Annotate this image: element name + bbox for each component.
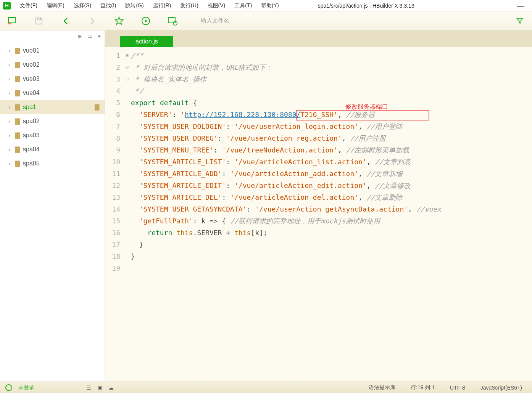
project-label: spa03 <box>23 132 40 139</box>
svg-marker-6 <box>145 19 147 22</box>
run-icon[interactable] <box>140 16 151 26</box>
project-spa05[interactable]: ›▇spa05 <box>0 156 105 170</box>
fold-column: ⊟⊟⊟ <box>123 47 131 382</box>
project-vue02[interactable]: ›▇vue02 <box>0 58 105 72</box>
app-logo: H <box>3 2 11 10</box>
menubar: H 文件(F)编辑(E)选择(S)查找(I)跳转(G)运行(R)发行(U)视图(… <box>0 0 532 11</box>
menu-帮助(Y)[interactable]: 帮助(Y) <box>256 2 284 9</box>
folder-icon: ▇ <box>15 103 20 111</box>
menu-跳转(G)[interactable]: 跳转(G) <box>121 2 148 9</box>
code-content[interactable]: /** * 对后台请求的地址的封装，URL格式如下： * 模块名_实体名_操作 … <box>131 47 441 382</box>
back-icon[interactable] <box>60 16 71 26</box>
svg-rect-0 <box>8 18 15 23</box>
filter-icon[interactable] <box>514 16 525 26</box>
fold-toggle[interactable]: ⊟ <box>123 61 131 73</box>
preview-icon[interactable] <box>167 16 178 26</box>
project-label: vue02 <box>23 61 40 68</box>
project-label: vue03 <box>23 75 40 82</box>
project-tree: ›▇vue01›▇vue02›▇vue03›▇vue04›▇spa1▇›▇spa… <box>0 42 105 382</box>
menu-选择(S)[interactable]: 选择(S) <box>69 2 96 9</box>
project-label: vue01 <box>23 47 40 54</box>
folder-open-icon: ▇ <box>95 103 99 111</box>
folder-icon: ▇ <box>15 132 20 139</box>
terminal-icon[interactable]: ▣ <box>97 385 102 391</box>
forward-icon[interactable] <box>87 16 98 26</box>
folder-icon: ▇ <box>15 146 20 153</box>
chevron-right-icon: › <box>8 48 13 54</box>
folder-icon: ▇ <box>15 160 20 167</box>
svg-rect-3 <box>37 18 40 20</box>
window-title: spa1/src/api/action.js - HBuilder X 3.3.… <box>318 3 414 9</box>
menu-视图(V)[interactable]: 视图(V) <box>203 2 230 9</box>
menu-工具(T)[interactable]: 工具(T) <box>230 2 256 9</box>
project-spa02[interactable]: ›▇spa02 <box>0 114 105 128</box>
collapse-icon[interactable]: ▭ <box>87 33 92 39</box>
chevron-right-icon: › <box>8 104 13 110</box>
project-label: spa1 <box>23 104 36 111</box>
svg-marker-9 <box>517 18 523 24</box>
list-icon[interactable]: ☰ <box>86 385 91 391</box>
language-mode[interactable]: JavaScript(ES6+) <box>476 385 527 391</box>
folder-icon: ▇ <box>15 47 20 54</box>
folder-icon: ▇ <box>15 89 20 96</box>
project-label: spa02 <box>23 118 40 125</box>
project-vue03[interactable]: ›▇vue03 <box>0 72 105 86</box>
chevron-right-icon: › <box>8 146 13 152</box>
chevron-right-icon: › <box>8 62 13 68</box>
project-spa03[interactable]: ›▇spa03 <box>0 128 105 142</box>
editor-area: action.js 12345678910111213141516171819 … <box>105 30 532 382</box>
encoding[interactable]: UTF-8 <box>445 385 470 391</box>
project-spa1[interactable]: ›▇spa1▇ <box>0 100 105 114</box>
menu-查找(I)[interactable]: 查找(I) <box>96 2 121 9</box>
tab-action-js[interactable]: action.js <box>120 36 173 47</box>
project-label: spa05 <box>23 160 40 167</box>
main-area: ⊕ ▭ ≡ ›▇vue01›▇vue02›▇vue03›▇vue04›▇spa1… <box>0 30 532 382</box>
login-status[interactable]: 未登录 <box>18 384 34 391</box>
file-search-input[interactable]: 输入文件名 <box>198 16 312 26</box>
statusbar: 未登录 ☰ ▣ ☁ 语法提示库 行:19 列:1 UTF-8 JavaScrip… <box>0 382 532 393</box>
star-icon[interactable] <box>114 16 124 26</box>
user-icon[interactable] <box>5 384 12 391</box>
project-vue04[interactable]: ›▇vue04 <box>0 86 105 100</box>
fold-toggle[interactable]: ⊟ <box>123 73 131 85</box>
chevron-right-icon: › <box>8 90 13 96</box>
cursor-position: 行:19 列:1 <box>406 384 439 391</box>
fold-toggle[interactable]: ⊟ <box>123 50 131 61</box>
project-label: vue04 <box>23 90 40 96</box>
menu-运行(R)[interactable]: 运行(R) <box>148 2 176 9</box>
minimize-icon[interactable]: — <box>512 3 529 8</box>
code-area[interactable]: 12345678910111213141516171819 ⊟⊟⊟ /** * … <box>105 47 532 382</box>
chevron-right-icon: › <box>8 160 13 167</box>
sidebar: ⊕ ▭ ≡ ›▇vue01›▇vue02›▇vue03›▇vue04›▇spa1… <box>0 30 105 382</box>
menu-icon[interactable]: ≡ <box>98 33 101 39</box>
project-spa04[interactable]: ›▇spa04 <box>0 142 105 156</box>
line-gutter: 12345678910111213141516171819 <box>105 47 123 382</box>
tab-bar: action.js <box>105 30 532 47</box>
chevron-right-icon: › <box>8 76 13 82</box>
folder-icon: ▇ <box>15 75 20 82</box>
svg-marker-4 <box>115 17 123 24</box>
locate-icon[interactable]: ⊕ <box>77 33 82 39</box>
save-icon[interactable] <box>34 16 44 26</box>
project-vue01[interactable]: ›▇vue01 <box>0 43 105 58</box>
sidebar-tools: ⊕ ▭ ≡ <box>0 30 105 42</box>
menu-文件(F)[interactable]: 文件(F) <box>15 2 42 9</box>
sync-icon[interactable]: ☁ <box>108 385 114 391</box>
chevron-right-icon: › <box>8 132 13 138</box>
menu-发行(U)[interactable]: 发行(U) <box>176 2 203 9</box>
menu-编辑(E)[interactable]: 编辑(E) <box>42 2 69 9</box>
toolbar: 输入文件名 <box>0 11 532 30</box>
project-label: spa04 <box>23 146 40 153</box>
syntax-lib[interactable]: 语法提示库 <box>364 384 400 391</box>
new-file-icon[interactable] <box>7 16 18 26</box>
folder-icon: ▇ <box>15 61 20 68</box>
chevron-right-icon: › <box>8 118 13 124</box>
folder-icon: ▇ <box>15 117 20 125</box>
